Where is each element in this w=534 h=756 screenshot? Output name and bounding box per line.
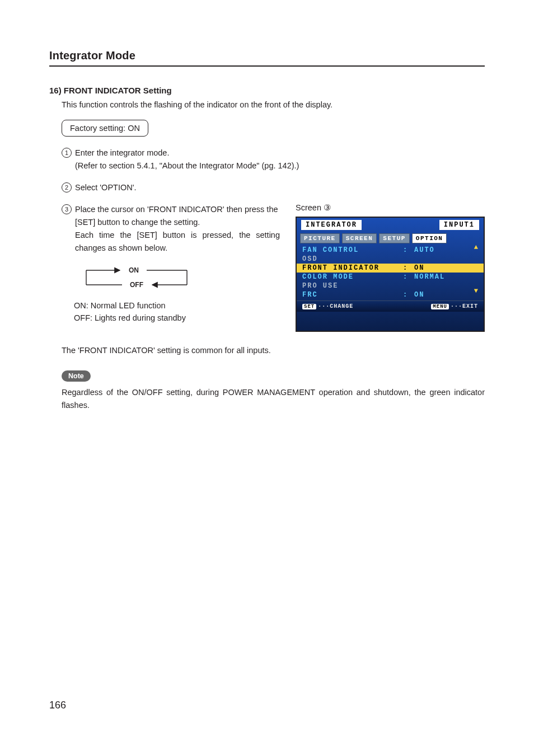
osd-row-color-mode: COLOR MODE:NORMAL [302,273,478,281]
legend-off: OFF: Lights red during standby [74,312,280,324]
subsection-number: 16) [49,86,62,95]
osd-tab-picture: PICTURE [300,233,340,243]
step-1-line-1: Enter the integrator mode. [75,147,485,159]
screen-label: Screen ③ [296,203,485,212]
step-3: 3 Place the cursor on 'FRONT INDICATOR' … [62,203,280,255]
svg-text:ON: ON [129,266,139,274]
osd-tabs: PICTURE SCREEN SETUP OPTION [297,233,484,243]
section-title: Integrator Mode [49,49,485,67]
osd-row-fan-control: FAN CONTROL:AUTO [302,246,478,255]
legend-on: ON: Normal LED function [74,299,280,312]
osd-row-front-indicator: FRONT INDICATOR:ON [297,264,484,273]
factory-setting-box: Factory setting: ON [62,120,148,137]
osd-input-badge: INPUT1 [439,220,479,230]
common-note: The 'FRONT INDICATOR' setting is common … [62,344,485,356]
step-3-line-1: Place the cursor on 'FRONT INDICATOR' th… [75,203,280,229]
subsection-title: FRONT INDICATOR Setting [64,86,172,95]
note-pill: Note [62,370,91,382]
osd-tab-setup: SETUP [379,233,410,243]
intro-paragraph: This function controls the flashing of t… [62,98,485,111]
note-text: Regardless of the ON/OFF setting, during… [62,386,485,412]
osd-row-frc: FRC:ON [302,290,478,299]
step-2: 2 Select 'OPTION'. [62,181,485,194]
step-1-line-2: (Refer to section 5.4.1, "About the Inte… [75,159,485,172]
subsection-heading: 16) FRONT INDICATOR Setting [49,86,485,95]
step-1: 1 Enter the integrator mode. (Refer to s… [62,147,485,172]
step-2-text: Select 'OPTION'. [75,181,485,194]
osd-tab-screen: SCREEN [342,233,377,243]
step-marker-2: 2 [62,182,72,192]
osd-tab-option: OPTION [412,233,447,243]
osd-footer-menu: MENU···EXIT [431,303,478,309]
scroll-up-icon: ▲ [474,243,479,251]
osd-title: INTEGRATOR [301,220,362,230]
osd-row-osd: OSD [302,255,478,264]
osd-screen: INTEGRATOR INPUT1 PICTURE SCREEN SETUP O… [296,217,485,332]
page-number: 166 [49,699,66,711]
osd-footer: SET···CHANGE MENU···EXIT [297,300,484,312]
step-3-line-2: Each time the [SET] button is pressed, t… [75,229,280,255]
svg-text:OFF: OFF [130,281,143,289]
cycle-diagram: ON OFF [81,264,280,292]
osd-list: ▲ ▼ FAN CONTROL:AUTO OSD FRONT INDICATOR… [297,243,484,300]
osd-footer-set: SET···CHANGE [302,303,353,309]
step-marker-3: 3 [62,204,72,214]
scroll-down-icon: ▼ [474,287,479,295]
step-marker-1: 1 [62,148,72,158]
osd-row-pro-use: PRO USE [302,281,478,290]
